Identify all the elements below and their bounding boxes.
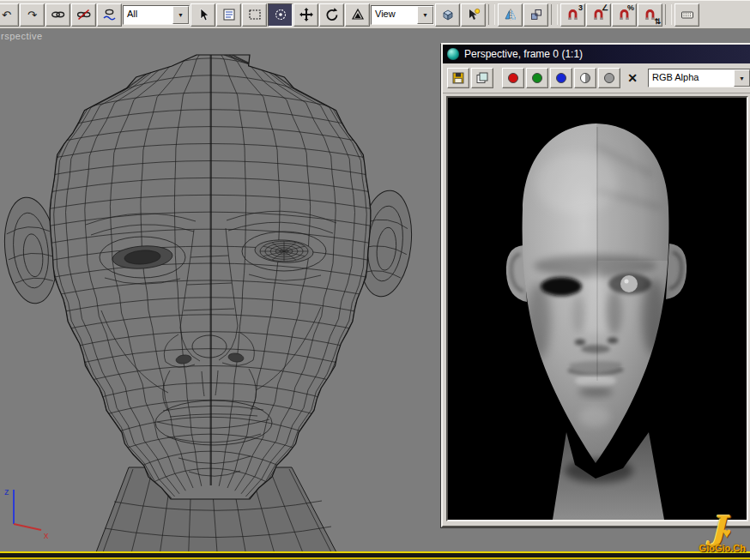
monochrome-button[interactable] bbox=[574, 68, 596, 88]
channel-display-dropdown[interactable]: RGB Alpha ▼ bbox=[648, 69, 750, 87]
align-button[interactable] bbox=[523, 3, 548, 27]
giogio-watermark: J♥ GioGio.Ch bbox=[699, 512, 746, 553]
toolbar-separator bbox=[488, 4, 495, 25]
red-channel-button[interactable] bbox=[502, 68, 524, 88]
mirror-icon bbox=[504, 8, 517, 21]
red-channel-icon bbox=[508, 73, 518, 83]
spacewarp-icon bbox=[102, 8, 117, 21]
render-window-title: Perspective, frame 0 (1:1) bbox=[464, 48, 583, 60]
cursor-arrow-icon bbox=[197, 8, 210, 21]
undo-icon: ↶ bbox=[2, 9, 11, 21]
crossing-selection-icon bbox=[274, 8, 287, 21]
dashed-rect-icon bbox=[248, 8, 262, 21]
rendered-head bbox=[448, 98, 743, 520]
keyboard-icon bbox=[680, 8, 694, 21]
snap-3d-label: 3 bbox=[578, 4, 583, 12]
manipulate-icon bbox=[467, 8, 481, 21]
viewport-label: rspective bbox=[1, 31, 43, 41]
scale-triangle-icon bbox=[351, 8, 365, 21]
use-pivot-center-button[interactable] bbox=[435, 3, 460, 27]
render-window-titlebar[interactable]: Perspective, frame 0 (1:1) bbox=[443, 45, 750, 63]
select-object-button[interactable] bbox=[191, 3, 215, 27]
3d-app-window: ↶ ↷ All ▼ bbox=[0, 0, 750, 560]
percent-snap-label: % bbox=[627, 4, 634, 12]
select-and-manipulate-button[interactable] bbox=[461, 3, 486, 27]
snap-toggle-3d-button[interactable]: 3 bbox=[560, 3, 585, 27]
select-by-name-button[interactable] bbox=[216, 3, 241, 27]
toolbar-separator bbox=[495, 69, 500, 87]
percent-snap-toggle-button[interactable]: % bbox=[612, 3, 637, 27]
coord-system-value: View bbox=[372, 6, 399, 24]
spinner-snap-glyph: ⇅ bbox=[654, 18, 661, 26]
chevron-down-icon[interactable]: ▼ bbox=[734, 69, 750, 87]
watermark-caption: GioGio.Ch bbox=[699, 544, 746, 553]
heart-icon: ♥ bbox=[723, 525, 731, 541]
link-icon bbox=[51, 8, 65, 21]
clear-button[interactable]: ✕ bbox=[622, 69, 643, 87]
selection-filter-value: All bbox=[124, 6, 141, 24]
move-arrows-icon bbox=[299, 7, 314, 22]
redo-button[interactable]: ↷ bbox=[20, 3, 45, 27]
magnet-icon bbox=[566, 9, 579, 21]
toolbar-separator bbox=[665, 4, 672, 25]
clone-render-window-button[interactable] bbox=[471, 68, 493, 88]
green-channel-button[interactable] bbox=[526, 68, 548, 88]
green-channel-icon bbox=[532, 73, 542, 83]
list-icon bbox=[222, 8, 236, 21]
rotate-arrow-icon bbox=[324, 7, 340, 22]
floppy-disk-icon bbox=[451, 71, 465, 85]
rectangular-selection-region-button[interactable] bbox=[242, 3, 267, 27]
rendered-frame-window: Perspective, frame 0 (1:1) bbox=[441, 43, 750, 527]
main-toolbar: ↶ ↷ All ▼ bbox=[0, 0, 750, 29]
unlink-selection-button[interactable] bbox=[71, 3, 96, 27]
channel-display-value: RGB Alpha bbox=[649, 69, 702, 87]
redo-icon: ↷ bbox=[27, 9, 37, 21]
save-bitmap-button[interactable] bbox=[447, 68, 469, 88]
alpha-channel-button[interactable] bbox=[598, 68, 620, 88]
cube-icon bbox=[441, 8, 455, 21]
chevron-down-icon[interactable]: ▼ bbox=[417, 6, 433, 24]
spinner-snap-toggle-button[interactable]: ⇅ bbox=[638, 3, 662, 27]
selection-filter-dropdown[interactable]: All ▼ bbox=[123, 5, 190, 25]
undo-button[interactable]: ↶ bbox=[0, 3, 19, 27]
monochrome-icon bbox=[580, 73, 590, 83]
window-crossing-toggle-button[interactable] bbox=[268, 3, 293, 27]
render-canvas bbox=[446, 96, 748, 521]
select-and-link-button[interactable] bbox=[45, 3, 70, 27]
mirror-button[interactable] bbox=[498, 3, 523, 27]
render-window-toolbar: ✕ RGB Alpha ▼ bbox=[443, 63, 750, 93]
world-axis-gizmo: z x bbox=[2, 485, 57, 539]
active-viewport-border bbox=[0, 551, 750, 560]
render-window-icon bbox=[447, 48, 459, 60]
select-and-rotate-button[interactable] bbox=[319, 3, 344, 27]
align-icon bbox=[529, 8, 543, 21]
blue-channel-icon bbox=[556, 73, 566, 83]
toolbar-separator bbox=[551, 4, 558, 25]
unlink-icon bbox=[76, 8, 91, 21]
bind-to-spacewarp-button[interactable] bbox=[97, 3, 122, 27]
clone-windows-icon bbox=[475, 71, 489, 85]
reference-coord-system-dropdown[interactable]: View ▼ bbox=[371, 5, 434, 25]
z-axis-label: z bbox=[4, 486, 9, 497]
chevron-down-icon[interactable]: ▼ bbox=[172, 6, 189, 24]
clear-x-icon: ✕ bbox=[627, 71, 638, 85]
select-and-scale-button[interactable] bbox=[345, 3, 370, 27]
select-and-move-button[interactable] bbox=[293, 3, 318, 27]
keyboard-shortcut-override-button[interactable] bbox=[674, 3, 699, 27]
angle-snap-toggle-button[interactable]: ∠ bbox=[586, 3, 611, 27]
angle-snap-glyph: ∠ bbox=[602, 4, 608, 12]
alpha-channel-icon bbox=[604, 73, 614, 83]
blue-channel-button[interactable] bbox=[550, 68, 572, 88]
x-axis-label: x bbox=[44, 530, 49, 539]
